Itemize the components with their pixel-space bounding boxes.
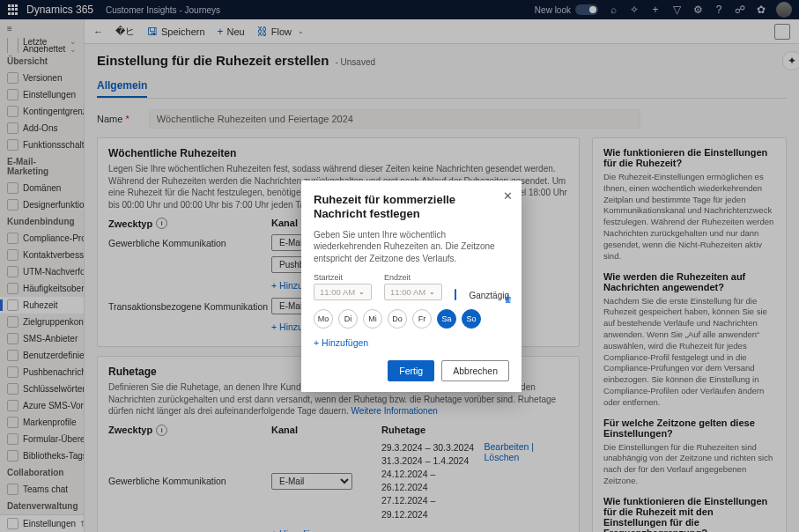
chevron-down-icon: ⌄ [359, 288, 365, 296]
start-time-label: Startzeit [314, 273, 372, 282]
day-toggle[interactable]: Mi [363, 309, 382, 329]
quiet-time-dialog: ✕ Ruhezeit für kommerzielle Nachricht fe… [301, 181, 522, 392]
dialog-title: Ruhezeit für kommerzielle Nachricht fest… [314, 193, 472, 222]
day-toggle[interactable]: So [462, 309, 481, 329]
end-time-select[interactable]: 11:00 AM⌄ [384, 284, 442, 300]
day-toggle[interactable]: Mo [314, 309, 333, 329]
add-time-range-link[interactable]: + Hinzufügen [314, 337, 368, 348]
dialog-desc: Geben Sie unten Ihre wöchentlich wiederk… [314, 229, 509, 265]
start-time-select[interactable]: 11:00 AM⌄ [314, 284, 372, 300]
day-toggle[interactable]: Fr [412, 309, 432, 329]
all-day-toggle[interactable] [455, 289, 456, 300]
day-picker: MoDiMiDoFrSaSo [314, 309, 509, 329]
close-icon[interactable]: ✕ [503, 189, 513, 203]
day-toggle[interactable]: Sa [437, 309, 456, 329]
delete-icon[interactable]: 🗑 [504, 294, 513, 304]
cancel-button[interactable]: Abbrechen [441, 360, 509, 381]
done-button[interactable]: Fertig [388, 360, 434, 381]
chevron-down-icon: ⌄ [429, 288, 435, 296]
day-toggle[interactable]: Di [338, 309, 358, 329]
day-toggle[interactable]: Do [388, 309, 407, 329]
end-time-label: Endzeit [384, 273, 442, 282]
